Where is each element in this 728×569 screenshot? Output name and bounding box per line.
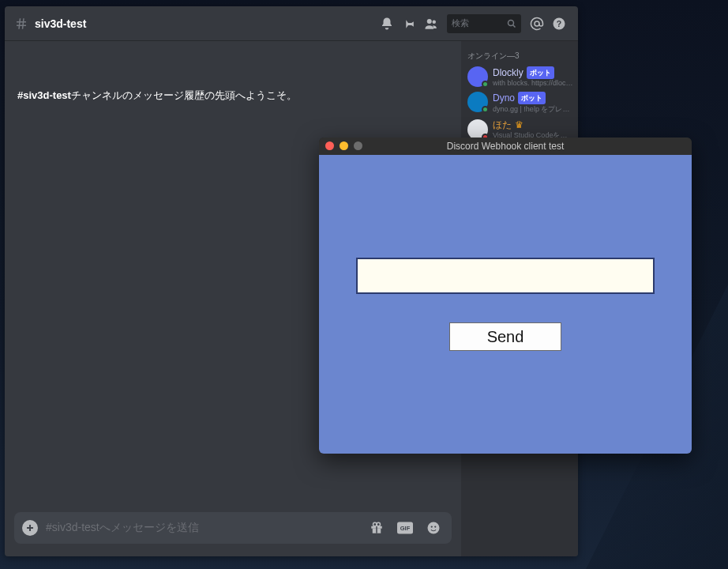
gif-icon[interactable]: GIF (397, 520, 413, 536)
svg-text:?: ? (557, 18, 561, 28)
webhook-app-window: Discord Webhook client test Send (319, 138, 692, 454)
emoji-icon[interactable] (426, 520, 441, 536)
member-activity: dyno.gg | !help をプレイ中 (493, 104, 573, 115)
svg-text:GIF: GIF (400, 525, 411, 532)
svg-point-1 (433, 20, 437, 24)
search-placeholder: 検索 (452, 17, 507, 29)
member-row[interactable]: Dynoボットdyno.gg | !help をプレイ中 (467, 92, 573, 115)
channel-name: siv3d-test (35, 17, 86, 30)
bot-tag: ボット (518, 92, 546, 104)
app-titlebar[interactable]: Discord Webhook client test (319, 138, 692, 155)
message-input-icons: GIF (366, 520, 444, 536)
members-icon[interactable] (422, 15, 440, 32)
members-heading: オンライン―3 (467, 51, 573, 62)
avatar (467, 92, 488, 112)
channel-welcome: #siv3d-testチャンネルのメッセージ履歴の先頭へようこそ。 (17, 89, 455, 103)
svg-point-10 (377, 522, 381, 526)
member-name: Dlockly (493, 67, 523, 78)
svg-point-14 (431, 526, 433, 527)
member-name: ほた (493, 119, 512, 130)
svg-point-13 (428, 522, 440, 534)
owner-crown-icon: ♛ (515, 119, 523, 130)
search-icon (507, 19, 516, 28)
welcome-channel: #siv3d-test (17, 89, 71, 101)
message-text-field[interactable] (356, 258, 655, 294)
search-input[interactable]: 検索 (447, 14, 521, 33)
attach-button[interactable] (22, 520, 38, 536)
mentions-icon[interactable] (528, 15, 546, 32)
app-title: Discord Webhook client test (447, 141, 565, 152)
pinned-icon[interactable] (400, 15, 418, 32)
svg-point-0 (427, 19, 432, 24)
status-dot (482, 81, 489, 88)
notifications-icon[interactable] (378, 15, 396, 32)
welcome-text: チャンネルのメッセージ履歴の先頭へようこそ。 (71, 89, 297, 101)
status-dot (482, 106, 489, 113)
channel-header: siv3d-test 検索 ? (5, 6, 578, 41)
close-icon[interactable] (325, 141, 334, 150)
svg-point-15 (434, 526, 436, 527)
svg-point-2 (508, 20, 514, 25)
minimize-icon[interactable] (340, 141, 348, 150)
avatar (467, 66, 488, 87)
traffic-lights (325, 141, 362, 150)
message-input-bar: #siv3d-testへメッセージを送信 GIF (14, 512, 452, 544)
zoom-icon[interactable] (354, 141, 362, 150)
bot-tag: ボット (527, 66, 554, 79)
member-activity: with blocks. https://dlockly.gl... (493, 79, 573, 87)
app-client-area: Send (319, 155, 692, 454)
svg-point-3 (535, 21, 539, 26)
gift-icon[interactable] (369, 520, 385, 536)
hash-icon (13, 15, 30, 32)
help-icon[interactable]: ? (550, 15, 568, 32)
member-name: Dyno (493, 92, 515, 104)
member-row[interactable]: Dlocklyボットwith blocks. https://dlockly.g… (467, 66, 573, 87)
message-input[interactable]: #siv3d-testへメッセージを送信 (46, 521, 358, 535)
send-button[interactable]: Send (449, 322, 561, 351)
svg-rect-8 (376, 526, 377, 533)
